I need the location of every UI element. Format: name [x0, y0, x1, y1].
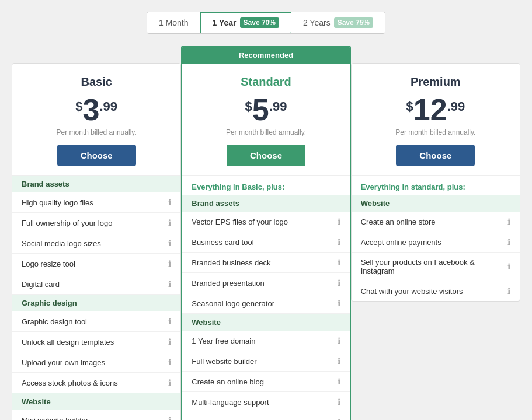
list-item: High quality logo files ℹ [12, 192, 180, 213]
info-icon[interactable]: ℹ [338, 377, 340, 386]
toggle-1year-label: 1 Year [213, 18, 237, 27]
plan-standard-dollar: $ [245, 99, 252, 114]
list-item: Personalized visitor experiences ℹ [182, 412, 349, 420]
info-icon[interactable]: ℹ [507, 237, 510, 247]
plan-basic-section-graphic: Graphic design [12, 295, 180, 312]
info-icon[interactable]: ℹ [338, 356, 340, 366]
list-item: Access stock photos & icons ℹ [12, 373, 180, 393]
list-item: Full ownership of your logo ℹ [12, 213, 180, 233]
info-icon[interactable]: ℹ [168, 259, 171, 268]
plan-standard-section-brand: Brand assets [182, 195, 349, 212]
info-icon[interactable]: ℹ [168, 358, 171, 367]
plan-basic-cents: .99 [99, 99, 117, 114]
plan-basic-section-brand: Brand assets [12, 176, 180, 192]
info-icon[interactable]: ℹ [168, 218, 171, 228]
list-item: Social media logo sizes ℹ [12, 233, 180, 254]
toggle-1year-badge: Save 70% [240, 18, 279, 28]
plan-basic-price: $ 3 .99 [24, 94, 169, 125]
plan-basic-choose-button[interactable]: Choose [57, 145, 136, 166]
list-item: Create an online store ℹ [352, 212, 520, 232]
list-item: Multi-language support ℹ [182, 392, 349, 412]
info-icon[interactable]: ℹ [507, 217, 510, 226]
billing-toggle: 1 Month 1 Year Save 70% 2 Years Save 75% [12, 12, 520, 34]
list-item: Vector EPS files of your logo ℹ [182, 212, 349, 232]
plan-basic-whole: 3 [83, 94, 100, 125]
info-icon[interactable]: ℹ [338, 237, 340, 247]
plan-premium-dollar: $ [406, 99, 413, 114]
plan-premium-whole: 12 [413, 94, 447, 125]
plans-container: Basic $ 3 .99 Per month billed annually.… [12, 46, 520, 420]
list-item: Accept online payments ℹ [352, 232, 520, 253]
info-icon[interactable]: ℹ [338, 299, 340, 308]
info-icon[interactable]: ℹ [168, 239, 171, 248]
plan-standard-recommended-badge: Recommended [182, 47, 349, 64]
list-item: Sell your products on Facebook & Instagr… [352, 253, 520, 281]
toggle-2years-label: 2 Years [303, 18, 331, 27]
info-icon[interactable]: ℹ [507, 286, 510, 296]
plan-premium-features: Website Create an online store ℹ Accept … [352, 195, 520, 301]
plan-basic: Basic $ 3 .99 Per month billed annually.… [12, 63, 181, 420]
list-item: Full website builder ℹ [182, 351, 349, 372]
toggle-2years[interactable]: 2 Years Save 75% [291, 12, 385, 33]
list-item: Create an online blog ℹ [182, 372, 349, 392]
plan-standard-everything: Everything in Basic, plus: [182, 176, 349, 195]
info-icon[interactable]: ℹ [338, 258, 340, 267]
info-icon[interactable]: ℹ [168, 337, 171, 346]
list-item: 1 Year free domain ℹ [182, 331, 349, 351]
plan-standard-price: $ 5 .99 [194, 94, 338, 125]
info-icon[interactable]: ℹ [338, 397, 340, 407]
info-icon[interactable]: ℹ [507, 262, 510, 271]
list-item: Business card tool ℹ [182, 232, 349, 253]
list-item: Branded presentation ℹ [182, 273, 349, 293]
info-icon[interactable]: ℹ [338, 278, 340, 288]
plan-standard-cents: .99 [269, 99, 287, 114]
plan-standard-name: Standard [194, 75, 338, 89]
toggle-1month[interactable]: 1 Month [147, 12, 200, 33]
plan-standard-choose-button[interactable]: Choose [227, 145, 305, 166]
plan-standard-section-website: Website [182, 314, 349, 331]
list-item: Branded business deck ℹ [182, 253, 349, 273]
plan-premium-choose-button[interactable]: Choose [396, 145, 475, 166]
toggle-1month-label: 1 Month [159, 18, 189, 27]
plan-standard-whole: 5 [252, 94, 269, 125]
list-item: Seasonal logo generator ℹ [182, 293, 349, 314]
plan-premium-section-website: Website [352, 195, 520, 212]
info-icon[interactable]: ℹ [168, 317, 171, 326]
list-item: Graphic design tool ℹ [12, 312, 180, 332]
list-item: Logo resize tool ℹ [12, 254, 180, 274]
list-item: Mini website builder ℹ [12, 410, 180, 420]
plan-basic-period: Per month billed annually. [24, 128, 169, 136]
toggle-1year[interactable]: 1 Year Save 70% [200, 12, 292, 34]
list-item: Digital card ℹ [12, 274, 180, 295]
info-icon[interactable]: ℹ [168, 198, 171, 207]
info-icon[interactable]: ℹ [168, 378, 171, 387]
list-item: Unlock all design templates ℹ [12, 332, 180, 352]
plan-basic-name: Basic [24, 75, 169, 89]
info-icon[interactable]: ℹ [168, 415, 171, 420]
info-icon[interactable]: ℹ [338, 418, 340, 420]
info-icon[interactable]: ℹ [338, 217, 340, 226]
plan-standard-features: Brand assets Vector EPS files of your lo… [182, 195, 349, 420]
plan-premium: Premium $ 12 .99 Per month billed annual… [351, 63, 520, 302]
plan-premium-name: Premium [363, 75, 508, 89]
plan-basic-dollar: $ [75, 99, 82, 114]
plan-basic-features: Brand assets High quality logo files ℹ F… [12, 176, 180, 420]
list-item: Upload your own images ℹ [12, 352, 180, 373]
plan-premium-period: Per month billed annually. [363, 128, 508, 136]
toggle-2years-badge: Save 75% [334, 18, 373, 28]
plan-standard-period: Per month billed annually. [194, 128, 338, 136]
info-icon[interactable]: ℹ [338, 336, 340, 345]
list-item: Chat with your website visitors ℹ [352, 281, 520, 301]
plan-standard: Recommended Standard $ 5 .99 Per month b… [181, 46, 350, 420]
plan-basic-header: Basic $ 3 .99 Per month billed annually.… [12, 64, 180, 176]
plan-premium-everything: Everything in standard, plus: [352, 176, 520, 195]
billing-toggle-inner: 1 Month 1 Year Save 70% 2 Years Save 75% [147, 12, 385, 34]
plan-standard-header: Standard $ 5 .99 Per month billed annual… [182, 64, 349, 176]
plan-premium-header: Premium $ 12 .99 Per month billed annual… [352, 64, 520, 176]
info-icon[interactable]: ℹ [168, 279, 171, 289]
plan-premium-price: $ 12 .99 [363, 94, 508, 125]
plan-premium-cents: .99 [447, 99, 465, 114]
plan-basic-section-website: Website [12, 393, 180, 410]
